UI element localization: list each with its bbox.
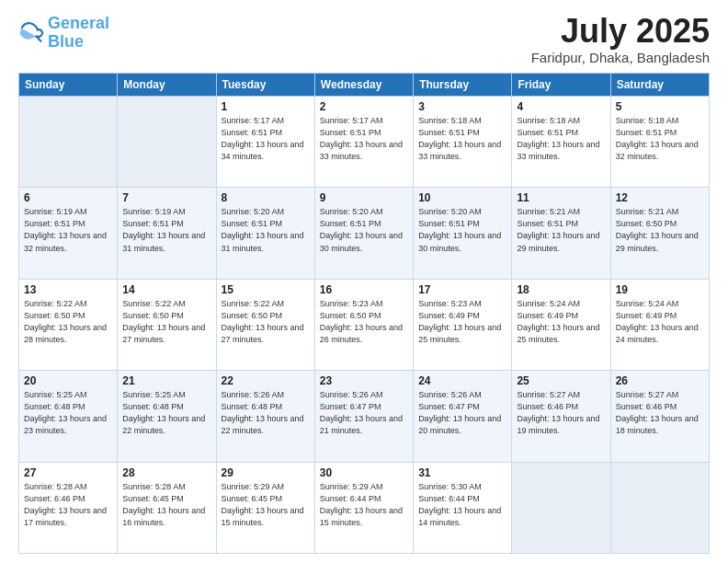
calendar-week-row: 6Sunrise: 5:19 AM Sunset: 6:51 PM Daylig…	[19, 188, 710, 279]
calendar-cell: 28Sunrise: 5:28 AM Sunset: 6:45 PM Dayli…	[118, 462, 216, 553]
day-number: 11	[517, 191, 605, 204]
day-number: 9	[320, 191, 408, 204]
day-number: 30	[320, 466, 408, 479]
calendar-cell: 6Sunrise: 5:19 AM Sunset: 6:51 PM Daylig…	[19, 188, 118, 279]
day-info: Sunrise: 5:26 AM Sunset: 6:47 PM Dayligh…	[418, 389, 506, 437]
day-info: Sunrise: 5:19 AM Sunset: 6:51 PM Dayligh…	[24, 206, 112, 254]
calendar-cell: 1Sunrise: 5:17 AM Sunset: 6:51 PM Daylig…	[216, 97, 314, 188]
calendar-cell: 18Sunrise: 5:24 AM Sunset: 6:49 PM Dayli…	[512, 279, 610, 370]
day-number: 26	[616, 374, 704, 387]
calendar-cell	[512, 462, 610, 553]
day-number: 31	[418, 466, 506, 479]
day-info: Sunrise: 5:20 AM Sunset: 6:51 PM Dayligh…	[320, 206, 408, 254]
calendar-cell: 13Sunrise: 5:22 AM Sunset: 6:50 PM Dayli…	[19, 279, 118, 370]
day-info: Sunrise: 5:22 AM Sunset: 6:50 PM Dayligh…	[222, 298, 310, 346]
day-info: Sunrise: 5:22 AM Sunset: 6:50 PM Dayligh…	[122, 298, 210, 346]
day-info: Sunrise: 5:20 AM Sunset: 6:51 PM Dayligh…	[222, 206, 310, 254]
day-info: Sunrise: 5:18 AM Sunset: 6:51 PM Dayligh…	[517, 115, 605, 163]
day-info: Sunrise: 5:29 AM Sunset: 6:45 PM Dayligh…	[222, 481, 310, 529]
day-number: 12	[616, 191, 704, 204]
day-info: Sunrise: 5:30 AM Sunset: 6:44 PM Dayligh…	[418, 481, 506, 529]
header-monday: Monday	[118, 74, 216, 97]
day-number: 28	[122, 466, 210, 479]
calendar-header-row: Sunday Monday Tuesday Wednesday Thursday…	[19, 74, 710, 97]
day-number: 17	[418, 283, 506, 296]
day-info: Sunrise: 5:24 AM Sunset: 6:49 PM Dayligh…	[517, 298, 605, 346]
day-number: 14	[122, 283, 210, 296]
calendar-cell: 31Sunrise: 5:30 AM Sunset: 6:44 PM Dayli…	[414, 462, 512, 553]
day-number: 29	[222, 466, 310, 479]
day-number: 19	[616, 283, 704, 296]
calendar-cell: 19Sunrise: 5:24 AM Sunset: 6:49 PM Dayli…	[610, 279, 709, 370]
calendar-cell: 29Sunrise: 5:29 AM Sunset: 6:45 PM Dayli…	[216, 462, 314, 553]
calendar-cell	[118, 97, 216, 188]
day-number: 5	[616, 100, 704, 113]
day-number: 8	[222, 191, 310, 204]
calendar-cell: 5Sunrise: 5:18 AM Sunset: 6:51 PM Daylig…	[610, 97, 709, 188]
day-number: 13	[24, 283, 112, 296]
calendar-cell: 23Sunrise: 5:26 AM Sunset: 6:47 PM Dayli…	[314, 371, 413, 462]
day-info: Sunrise: 5:26 AM Sunset: 6:47 PM Dayligh…	[320, 389, 408, 437]
calendar-cell: 27Sunrise: 5:28 AM Sunset: 6:46 PM Dayli…	[19, 462, 118, 553]
calendar-cell: 10Sunrise: 5:20 AM Sunset: 6:51 PM Dayli…	[414, 188, 512, 279]
header-saturday: Saturday	[610, 74, 709, 97]
day-info: Sunrise: 5:25 AM Sunset: 6:48 PM Dayligh…	[122, 389, 210, 437]
calendar-cell: 30Sunrise: 5:29 AM Sunset: 6:44 PM Dayli…	[314, 462, 413, 553]
calendar-cell: 14Sunrise: 5:22 AM Sunset: 6:50 PM Dayli…	[118, 279, 216, 370]
day-info: Sunrise: 5:28 AM Sunset: 6:46 PM Dayligh…	[24, 481, 112, 529]
day-info: Sunrise: 5:23 AM Sunset: 6:49 PM Dayligh…	[418, 298, 506, 346]
day-info: Sunrise: 5:19 AM Sunset: 6:51 PM Dayligh…	[122, 206, 210, 254]
calendar-cell: 2Sunrise: 5:17 AM Sunset: 6:51 PM Daylig…	[314, 97, 413, 188]
logo: General Blue	[18, 15, 109, 52]
calendar-cell: 4Sunrise: 5:18 AM Sunset: 6:51 PM Daylig…	[512, 97, 610, 188]
day-info: Sunrise: 5:24 AM Sunset: 6:49 PM Dayligh…	[616, 298, 704, 346]
month-title: July 2025	[531, 15, 710, 48]
calendar-cell: 3Sunrise: 5:18 AM Sunset: 6:51 PM Daylig…	[414, 97, 512, 188]
calendar-cell: 8Sunrise: 5:20 AM Sunset: 6:51 PM Daylig…	[216, 188, 314, 279]
calendar-cell: 26Sunrise: 5:27 AM Sunset: 6:46 PM Dayli…	[610, 371, 709, 462]
calendar-cell: 24Sunrise: 5:26 AM Sunset: 6:47 PM Dayli…	[414, 371, 512, 462]
calendar-cell: 21Sunrise: 5:25 AM Sunset: 6:48 PM Dayli…	[118, 371, 216, 462]
day-number: 15	[222, 283, 310, 296]
day-info: Sunrise: 5:18 AM Sunset: 6:51 PM Dayligh…	[616, 115, 704, 163]
header-wednesday: Wednesday	[314, 74, 413, 97]
day-number: 4	[517, 100, 605, 113]
day-info: Sunrise: 5:17 AM Sunset: 6:51 PM Dayligh…	[222, 115, 310, 163]
day-number: 10	[418, 191, 506, 204]
header-friday: Friday	[512, 74, 610, 97]
title-block: July 2025 Faridpur, Dhaka, Bangladesh	[531, 15, 710, 65]
day-number: 1	[222, 100, 310, 113]
location: Faridpur, Dhaka, Bangladesh	[531, 50, 710, 65]
day-number: 16	[320, 283, 408, 296]
day-number: 22	[222, 374, 310, 387]
day-info: Sunrise: 5:22 AM Sunset: 6:50 PM Dayligh…	[24, 298, 112, 346]
day-info: Sunrise: 5:29 AM Sunset: 6:44 PM Dayligh…	[320, 481, 408, 529]
calendar-cell	[19, 97, 118, 188]
day-number: 6	[24, 191, 112, 204]
logo-icon	[18, 20, 44, 46]
day-number: 21	[122, 374, 210, 387]
day-info: Sunrise: 5:17 AM Sunset: 6:51 PM Dayligh…	[320, 115, 408, 163]
day-info: Sunrise: 5:23 AM Sunset: 6:50 PM Dayligh…	[320, 298, 408, 346]
day-info: Sunrise: 5:26 AM Sunset: 6:48 PM Dayligh…	[222, 389, 310, 437]
header-sunday: Sunday	[19, 74, 118, 97]
calendar-week-row: 27Sunrise: 5:28 AM Sunset: 6:46 PM Dayli…	[19, 462, 710, 553]
calendar-cell: 25Sunrise: 5:27 AM Sunset: 6:46 PM Dayli…	[512, 371, 610, 462]
day-info: Sunrise: 5:25 AM Sunset: 6:48 PM Dayligh…	[24, 389, 112, 437]
day-number: 3	[418, 100, 506, 113]
calendar-cell: 16Sunrise: 5:23 AM Sunset: 6:50 PM Dayli…	[314, 279, 413, 370]
day-number: 23	[320, 374, 408, 387]
day-number: 7	[122, 191, 210, 204]
calendar-table: Sunday Monday Tuesday Wednesday Thursday…	[18, 73, 710, 554]
calendar-cell: 7Sunrise: 5:19 AM Sunset: 6:51 PM Daylig…	[118, 188, 216, 279]
logo-text: General Blue	[48, 15, 109, 52]
day-number: 18	[517, 283, 605, 296]
calendar-cell: 11Sunrise: 5:21 AM Sunset: 6:51 PM Dayli…	[512, 188, 610, 279]
page-header: General Blue July 2025 Faridpur, Dhaka, …	[18, 15, 710, 65]
day-info: Sunrise: 5:20 AM Sunset: 6:51 PM Dayligh…	[418, 206, 506, 254]
calendar-cell	[610, 462, 709, 553]
calendar-cell: 12Sunrise: 5:21 AM Sunset: 6:50 PM Dayli…	[610, 188, 709, 279]
day-number: 25	[517, 374, 605, 387]
day-number: 24	[418, 374, 506, 387]
calendar-cell: 22Sunrise: 5:26 AM Sunset: 6:48 PM Dayli…	[216, 371, 314, 462]
